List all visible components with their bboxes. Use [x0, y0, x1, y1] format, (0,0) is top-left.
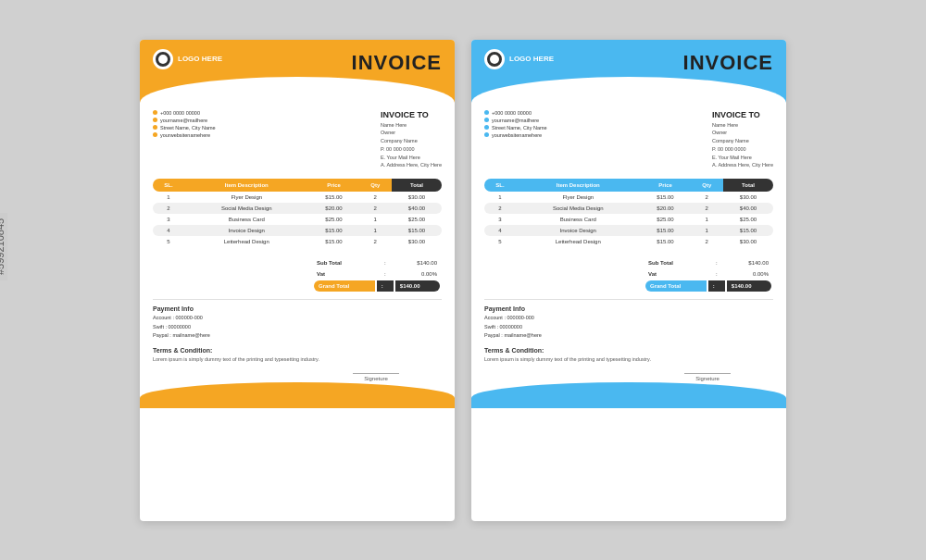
vat-label: Vat — [314, 269, 375, 279]
row4-total-b: $15.00 — [723, 225, 773, 236]
logo-circle-inner-blue — [490, 55, 499, 64]
invoice-table-blue: SL. Item Description Price Qty Total 1 F… — [484, 179, 773, 247]
table-header-row-blue: SL. Item Description Price Qty Total — [484, 179, 773, 192]
row1-desc-b: Flyer Design — [516, 192, 641, 203]
payment-info-blue: Payment Info Account : 000000-000 Swift … — [484, 305, 542, 340]
row3-sl: 3 — [153, 214, 184, 225]
vat-value: 0.00% — [395, 269, 440, 279]
row2-desc-b: Social Media Design — [516, 203, 641, 214]
row2-price-b: $20.00 — [641, 203, 691, 214]
invoice-to-company: Company Name — [381, 137, 442, 145]
invoice-to-role-blue: Owner — [712, 129, 773, 137]
contact-left: +000 0000 00000 yourname@mailhere Street… — [153, 110, 216, 170]
table-row: 5 Letterhead Design $15.00 2 $30.00 — [484, 236, 773, 247]
subtotal-row: Sub Total : $140.00 — [314, 258, 440, 268]
table-row: 1 Flyer Design $15.00 2 $30.00 — [153, 192, 442, 203]
row5-desc-b: Letterhead Design — [516, 236, 641, 247]
grand-total-value-b: $140.00 — [727, 280, 771, 292]
contact-website-blue: yourwebsitenamehere — [484, 132, 547, 138]
logo-icon — [153, 49, 173, 69]
terms-section-orange: Terms & Condition: Lorem ipsum is simply… — [140, 343, 455, 367]
invoice-to-email: E. Your Mail Here — [381, 154, 442, 162]
contact-email-blue: yourname@mailhere — [484, 118, 547, 123]
row3-price-b: $25.00 — [641, 214, 691, 225]
row4-price-b: $15.00 — [641, 225, 691, 236]
payment-info: Payment Info Account : 000000-000 Swift … — [153, 305, 210, 340]
payment-account: Account : 000000-000 — [153, 314, 210, 322]
table-row: 4 Invoice Design $15.00 1 $15.00 — [153, 225, 442, 236]
row5-desc: Letterhead Design — [184, 236, 309, 247]
terms-title: Terms & Condition: — [153, 347, 442, 354]
contact-address-blue: Street Name, City Name — [484, 125, 547, 131]
phone-icon — [153, 110, 157, 115]
subtotal-value-b: $140.00 — [727, 258, 771, 268]
grand-total-colon-b: : — [708, 280, 725, 292]
invoice-to-address: A. Address Here, City Here — [381, 161, 442, 169]
row3-total-b: $25.00 — [723, 214, 773, 225]
divider-blue — [484, 299, 773, 300]
table-header-row: SL. Item Description Price Qty Total — [153, 179, 442, 192]
logo-icon-blue — [484, 49, 505, 69]
table-body-orange: 1 Flyer Design $15.00 2 $30.00 2 Social … — [153, 192, 442, 247]
bottom-section-blue: Payment Info Account : 000000-000 Swift … — [471, 302, 786, 343]
logo-text-blue: LOGO HERE — [509, 55, 554, 63]
row4-price: $15.00 — [309, 225, 359, 236]
row3-qty: 1 — [359, 214, 392, 225]
grand-total-row-b: Grand Total : $140.00 — [645, 280, 771, 292]
watermark: #599210845 — [0, 212, 7, 280]
row5-sl: 5 — [153, 236, 184, 247]
invoice-to-phone: P. 00 000 0000 — [381, 145, 442, 154]
row2-qty: 2 — [359, 203, 392, 214]
logo-area: LOGO HERE — [153, 49, 222, 69]
col-total-blue: Total — [723, 179, 773, 192]
row5-total: $30.00 — [392, 236, 442, 247]
row1-total-b: $30.00 — [723, 192, 773, 203]
payment-paypal: Paypal : mailname@here — [153, 331, 210, 340]
table-row: 2 Social Media Design $20.00 2 $40.00 — [484, 203, 773, 214]
email-icon-blue — [484, 118, 489, 122]
invoice-card-orange: LOGO HERE INVOICE +000 0000 00000 yourna… — [140, 40, 455, 521]
row2-sl: 2 — [153, 203, 184, 214]
payment-title-blue: Payment Info — [484, 305, 542, 312]
address-icon-blue — [484, 125, 489, 130]
table-row: 2 Social Media Design $20.00 2 $40.00 — [153, 203, 442, 214]
invoice-title: INVOICE — [352, 51, 442, 75]
contact-address: Street Name, City Name — [153, 125, 216, 131]
address-icon — [153, 125, 157, 130]
table-row: 1 Flyer Design $15.00 2 $30.00 — [484, 192, 773, 203]
vat-colon-b: : — [708, 269, 725, 279]
row1-sl: 1 — [153, 192, 184, 203]
logo-area-blue: LOGO HERE — [484, 49, 554, 69]
totals-table-blue: Sub Total : $140.00 Vat : 0.00% Grand To… — [644, 256, 773, 293]
col-sl: SL. — [153, 179, 184, 192]
invoice-to-role: Owner — [381, 129, 442, 137]
payment-swift: Swift : 00000000 — [153, 323, 210, 331]
row4-qty: 1 — [359, 225, 392, 236]
grand-total-row: Grand Total : $140.00 — [314, 280, 440, 292]
row4-desc-b: Invoice Design — [516, 225, 641, 236]
col-desc-blue: Item Description — [516, 179, 641, 192]
divider — [153, 299, 442, 300]
row3-total: $25.00 — [392, 214, 442, 225]
row1-price-b: $15.00 — [641, 192, 691, 203]
logo-text: LOGO HERE — [178, 55, 222, 63]
row5-sl-b: 5 — [484, 236, 516, 247]
invoice-to-phone-blue: P. 00 000 0000 — [712, 145, 773, 154]
row4-sl-b: 4 — [484, 225, 516, 236]
invoice-to-address-blue: A. Address Here, City Here — [712, 161, 773, 169]
subtotal-colon-b: : — [708, 258, 725, 268]
payment-swift-blue: Swift : 00000000 — [484, 323, 542, 331]
terms-text: Lorem ipsum is simply dummy text of the … — [153, 355, 442, 364]
contact-section-blue: +000 0000 00000 yourname@mailhere Street… — [471, 103, 786, 174]
row3-desc: Business Card — [184, 214, 309, 225]
invoice-header-orange: LOGO HERE INVOICE — [140, 40, 455, 103]
col-qty-blue: Qty — [691, 179, 723, 192]
row4-qty-b: 1 — [691, 225, 723, 236]
col-price-blue: Price — [641, 179, 691, 192]
totals-section-blue: Sub Total : $140.00 Vat : 0.00% Grand To… — [471, 253, 786, 297]
row4-sl: 4 — [153, 225, 184, 236]
row1-qty-b: 2 — [691, 192, 723, 203]
row4-total: $15.00 — [392, 225, 442, 236]
subtotal-label: Sub Total — [314, 258, 375, 268]
row1-price: $15.00 — [309, 192, 359, 203]
